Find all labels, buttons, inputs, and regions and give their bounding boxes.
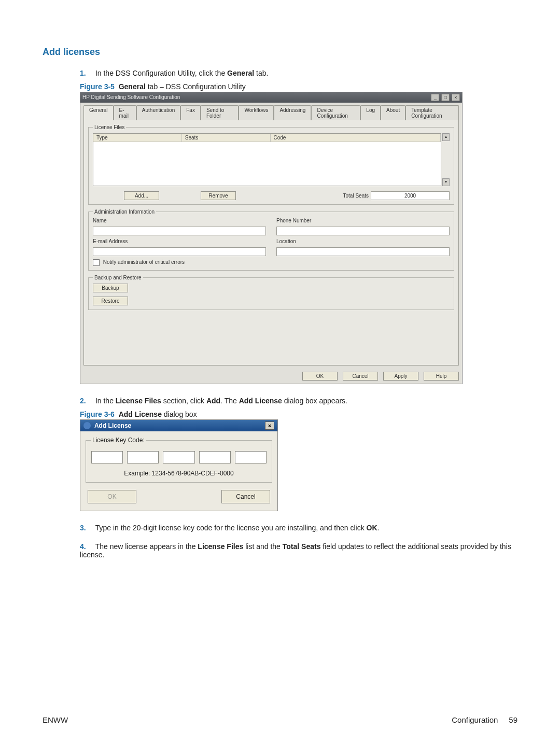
figure-3-6-caption: Figure 3-6 Add License dialog box	[80, 410, 517, 418]
step-number: 4.	[80, 542, 93, 551]
minimize-icon[interactable]: _	[431, 94, 439, 101]
key-segment-4[interactable]	[199, 451, 231, 463]
step-number: 3.	[80, 524, 93, 532]
scroll-down-icon[interactable]: ▾	[442, 178, 450, 186]
name-field[interactable]	[93, 227, 266, 235]
tab-template-configuration[interactable]: Template Configuration	[405, 105, 459, 120]
tab-general[interactable]: General	[83, 105, 114, 120]
tab-fax[interactable]: Fax	[180, 105, 201, 120]
key-segment-2[interactable]	[127, 451, 159, 463]
dialog-cancel-button[interactable]: Cancel	[221, 490, 270, 503]
admin-info-group: Administration Information Name Phone Nu…	[88, 209, 454, 271]
tab-about[interactable]: About	[381, 105, 405, 120]
license-key-legend: License Key Code:	[91, 437, 146, 444]
license-key-group: License Key Code: Example: 1234-5678-90A…	[86, 437, 272, 483]
total-seats-label: Total Seats	[343, 193, 369, 199]
step-text: The new license appears in the License F…	[80, 542, 511, 559]
col-type[interactable]: Type	[93, 134, 182, 142]
step-number: 1.	[80, 69, 93, 77]
license-files-legend: License Files	[93, 124, 126, 130]
scroll-up-icon[interactable]: ▴	[442, 133, 450, 141]
backup-button[interactable]: Backup	[93, 284, 128, 292]
remove-button[interactable]: Remove	[201, 191, 236, 200]
location-label: Location	[276, 238, 450, 244]
step-3: 3. Type in the 20-digit license key code…	[80, 524, 517, 532]
footer-section: Configuration	[452, 715, 498, 724]
figure-3-5-caption: Figure 3-5 General tab – DSS Configurati…	[80, 82, 517, 91]
tab-addressing[interactable]: Addressing	[274, 105, 311, 120]
figure-3-6-add-license-dialog: Add License × License Key Code: Example:…	[80, 419, 278, 511]
col-seats[interactable]: Seats	[182, 134, 271, 142]
figure-3-5-general-tab: HP Digital Sending Software Configuratio…	[80, 92, 463, 384]
tab-log[interactable]: Log	[360, 105, 381, 120]
step-text: In the License Files section, click Add.…	[95, 397, 347, 405]
notify-label: Notify administrator of critical errors	[103, 259, 185, 265]
apply-button[interactable]: Apply	[383, 372, 418, 381]
tab-authentication[interactable]: Authentication	[136, 105, 180, 120]
footer-left: ENWW	[43, 715, 68, 724]
dialog-title: Add License	[94, 422, 131, 429]
section-title: Add licenses	[43, 47, 517, 58]
ok-button[interactable]: OK	[302, 372, 338, 381]
window-control-buttons: _ □ ×	[430, 93, 460, 102]
email-field[interactable]	[93, 247, 266, 256]
name-label: Name	[93, 218, 266, 223]
phone-label: Phone Number	[276, 218, 450, 223]
key-segment-5[interactable]	[235, 451, 267, 463]
location-field[interactable]	[276, 247, 450, 256]
footer-page-number: 59	[509, 715, 517, 724]
tab-send-to-folder[interactable]: Send to Folder	[201, 105, 239, 120]
notify-checkbox[interactable]	[93, 259, 100, 266]
page-footer: ENWW Configuration 59	[43, 715, 517, 724]
step-4: 4. The new license appears in the Licens…	[80, 542, 517, 559]
close-icon[interactable]: ×	[452, 94, 460, 101]
dialog-titlebar: Add License ×	[80, 420, 277, 431]
example-text: Example: 1234-5678-90AB-CDEF-0000	[91, 470, 267, 477]
license-files-scrollbar[interactable]: ▴ ▾	[442, 133, 450, 186]
key-segment-1[interactable]	[91, 451, 123, 463]
hp-logo-icon	[83, 422, 91, 429]
step-1: 1. In the DSS Configuration Utility, cli…	[80, 69, 517, 384]
add-button[interactable]: Add...	[124, 191, 159, 200]
col-code[interactable]: Code	[271, 134, 441, 142]
phone-field[interactable]	[276, 227, 450, 235]
restore-button[interactable]: Restore	[93, 297, 128, 305]
tab-workflows[interactable]: Workflows	[239, 105, 274, 120]
help-button[interactable]: Help	[424, 372, 459, 381]
step-text: In the DSS Configuration Utility, click …	[95, 69, 269, 77]
close-icon[interactable]: ×	[265, 421, 274, 430]
email-label: E-mail Address	[93, 238, 266, 244]
cancel-button[interactable]: Cancel	[343, 372, 378, 381]
tab-device-configuration[interactable]: Device Configuration	[311, 105, 360, 120]
tab-bar: General E-mail Authentication Fax Send t…	[80, 103, 462, 120]
license-files-group: License Files Type Seats Code ▴	[88, 124, 454, 205]
window-titlebar: HP Digital Sending Software Configuratio…	[80, 92, 462, 103]
window-title: HP Digital Sending Software Configuratio…	[82, 93, 180, 102]
key-segment-3[interactable]	[163, 451, 194, 463]
maximize-icon[interactable]: □	[441, 94, 450, 101]
total-seats-value: 2000	[371, 191, 450, 200]
step-text: Type in the 20-digit license key code fo…	[95, 524, 380, 532]
step-number: 2.	[80, 397, 93, 405]
admin-info-legend: Administration Information	[93, 209, 156, 215]
backup-restore-group: Backup and Restore Backup Restore	[88, 275, 454, 310]
tab-email[interactable]: E-mail	[114, 105, 136, 120]
license-files-table[interactable]: Type Seats Code	[93, 133, 441, 186]
step-2: 2. In the License Files section, click A…	[80, 397, 517, 511]
backup-restore-legend: Backup and Restore	[93, 275, 143, 280]
dialog-ok-button[interactable]: OK	[88, 490, 136, 503]
notify-checkbox-row[interactable]: Notify administrator of critical errors	[93, 259, 450, 266]
